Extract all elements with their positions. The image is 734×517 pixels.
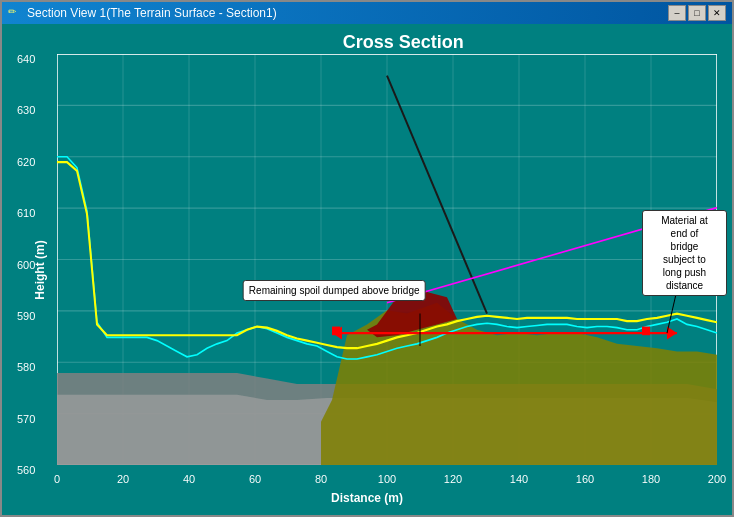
- y-tick-630: 630: [17, 104, 35, 116]
- y-tick-560: 560: [17, 464, 35, 476]
- close-button[interactable]: ✕: [708, 5, 726, 21]
- x-tick-80: 80: [315, 473, 327, 485]
- title-buttons: – □ ✕: [668, 5, 726, 21]
- chart-plot-area: 560 570 580 590 600 610 620 630 640 0 20…: [57, 54, 717, 465]
- svg-rect-31: [642, 327, 650, 336]
- x-tick-200: 200: [708, 473, 726, 485]
- main-window: ✏ Section View 1(The Terrain Surface - S…: [0, 0, 734, 517]
- svg-line-26: [387, 208, 717, 303]
- x-tick-100: 100: [378, 473, 396, 485]
- y-tick-580: 580: [17, 361, 35, 373]
- chart-svg: [57, 54, 717, 465]
- svg-rect-30: [332, 327, 340, 336]
- y-tick-610: 610: [17, 207, 35, 219]
- x-tick-180: 180: [642, 473, 660, 485]
- y-tick-590: 590: [17, 310, 35, 322]
- title-bar-left: ✏ Section View 1(The Terrain Surface - S…: [8, 6, 277, 20]
- window-title: Section View 1(The Terrain Surface - Sec…: [27, 6, 277, 20]
- chart-title: Cross Section: [343, 32, 464, 53]
- maximize-button[interactable]: □: [688, 5, 706, 21]
- x-tick-0: 0: [54, 473, 60, 485]
- chart-area: Cross Section Height (m) Distance (m) 56…: [2, 24, 732, 515]
- title-bar: ✏ Section View 1(The Terrain Surface - S…: [2, 2, 732, 24]
- x-tick-120: 120: [444, 473, 462, 485]
- y-tick-570: 570: [17, 413, 35, 425]
- y-tick-620: 620: [17, 156, 35, 168]
- window-icon: ✏: [8, 6, 22, 20]
- x-tick-140: 140: [510, 473, 528, 485]
- minimize-button[interactable]: –: [668, 5, 686, 21]
- y-tick-600: 600: [17, 259, 35, 271]
- y-tick-640: 640: [17, 53, 35, 65]
- x-tick-20: 20: [117, 473, 129, 485]
- x-tick-160: 160: [576, 473, 594, 485]
- x-tick-40: 40: [183, 473, 195, 485]
- x-tick-60: 60: [249, 473, 261, 485]
- x-axis-label: Distance (m): [331, 491, 403, 505]
